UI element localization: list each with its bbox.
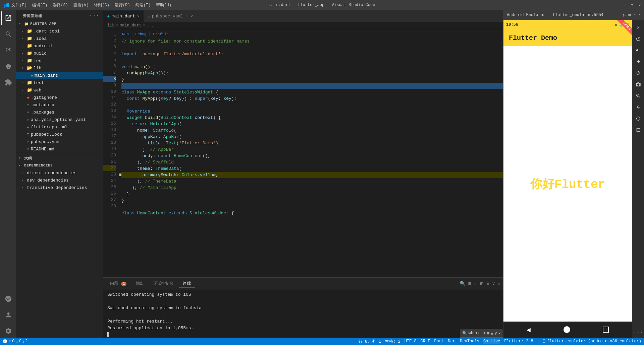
breadcrumb-dots[interactable]: ...: [147, 23, 154, 28]
tab-output[interactable]: 输出: [132, 279, 148, 288]
activity-remote-icon[interactable]: [1, 292, 15, 305]
activity-account-icon[interactable]: [1, 308, 15, 322]
status-go-live[interactable]: Go Live: [483, 339, 500, 344]
dependencies-section-header[interactable]: ▾ DEPENDENCIES: [16, 162, 103, 169]
sidebar-item-ios[interactable]: ▸ 📁 ios: [16, 57, 103, 64]
sidebar-item-idea[interactable]: ▸ 📁 .idea: [16, 35, 103, 42]
breadcrumb-lib[interactable]: lib: [107, 23, 115, 28]
menu-run[interactable]: 运行(R): [115, 2, 130, 8]
sidebar-item-pubspec-yaml[interactable]: ⚠ pubspec.yaml: [16, 138, 103, 145]
tab-problems[interactable]: 问题 2: [106, 279, 130, 288]
run-debug-links[interactable]: Run | Debug | Profile: [121, 31, 503, 38]
maximize-button[interactable]: ❐: [631, 3, 633, 7]
terminal-search-bar[interactable]: 🔍 where + ⊞ ∧ ∨ ✕: [460, 329, 503, 338]
sidebar-item-build[interactable]: ▸ 📁 build: [16, 50, 103, 57]
emulator-more-icon[interactable]: ···: [633, 13, 641, 18]
emulator-layout-icon[interactable]: ⊞: [628, 13, 631, 18]
menu-goto[interactable]: 转到(G): [94, 2, 109, 8]
tab-close-button[interactable]: ✕: [137, 14, 140, 19]
emulator-back-button[interactable]: ◀: [527, 326, 531, 334]
emulator-close-button[interactable]: ✕: [634, 23, 643, 32]
emulator-square-icon[interactable]: [634, 125, 643, 135]
emulator-more-vert-icon[interactable]: ···: [634, 328, 643, 338]
outline-section-header[interactable]: ▾ 大纲: [16, 154, 103, 162]
status-errors[interactable]: ⊘ 0 ⚠ 0 ℹ 2: [9, 339, 28, 344]
status-devtools[interactable]: Dart DevTools: [448, 339, 479, 344]
status-emulator[interactable]: flutter emulator (android-x86 emulator): [542, 339, 641, 344]
sidebar-item-readme[interactable]: ▪ README.md: [16, 145, 103, 153]
emulator-screenshot-icon[interactable]: [634, 80, 643, 89]
sidebar-item-test[interactable]: ▸ 📁 test: [16, 79, 103, 86]
emulator-zoom-in-icon[interactable]: [634, 91, 643, 100]
terminal-content[interactable]: Switched operating system to iOS Switche…: [103, 289, 503, 338]
activity-search-icon[interactable]: [1, 27, 15, 41]
tab-pubspec-close-button[interactable]: ✕: [191, 14, 193, 19]
close-button[interactable]: ✕: [638, 3, 641, 7]
sidebar-item-iml[interactable]: ≡ flutterapp.iml: [16, 123, 103, 131]
status-encoding[interactable]: UTF-8: [405, 339, 417, 344]
status-eol[interactable]: CRLF: [421, 339, 430, 344]
status-flutter-version[interactable]: Flutter: 2.8.1: [504, 339, 538, 344]
terminal-search-close-icon[interactable]: ✕: [498, 331, 501, 336]
terminal-close-icon[interactable]: ✕: [498, 281, 500, 286]
sidebar-item-direct-deps[interactable]: ▸ direct dependencies: [16, 169, 103, 177]
terminal-trash-icon[interactable]: 🗑: [479, 281, 484, 286]
sidebar-item-web[interactable]: ▸ 📁 web: [16, 86, 103, 94]
activity-explorer-icon[interactable]: [1, 11, 15, 25]
tab-debug-console[interactable]: 调试控制台: [149, 279, 177, 288]
activity-scm-icon[interactable]: [1, 44, 15, 57]
status-position[interactable]: 行 8, 列 1: [359, 339, 381, 344]
activity-settings-icon[interactable]: [1, 324, 15, 338]
terminal-chevron-up-icon[interactable]: ∧: [487, 281, 489, 286]
sidebar-item-analysis-options[interactable]: ⚠ analysis_options.yaml: [16, 116, 103, 123]
activity-extensions-icon[interactable]: [1, 76, 15, 89]
sidebar-item-main-dart[interactable]: ◆ main.dart: [16, 72, 103, 79]
terminal-split-icon[interactable]: ⊞: [468, 281, 471, 286]
menu-select[interactable]: 选择(S): [53, 2, 68, 8]
sidebar-item-transitive-deps[interactable]: ▸ transitive dependencies: [16, 184, 103, 191]
code-editor[interactable]: 1234567 8 9101112131415 161718192021 22 …: [103, 29, 503, 277]
terminal-search-down-icon[interactable]: ∨: [495, 331, 497, 336]
menu-edit[interactable]: 编辑(E): [32, 2, 48, 8]
tab-pubspec-yaml[interactable]: ⚠ pubspec.yaml · ✕: [144, 10, 197, 22]
terminal-chevron-down-icon[interactable]: ∨: [492, 281, 495, 286]
emulator-overview-button[interactable]: [603, 327, 609, 333]
emulator-power-icon[interactable]: [634, 34, 643, 44]
emulator-rotate-icon[interactable]: [634, 68, 643, 78]
terminal-add-icon[interactable]: +: [474, 281, 476, 286]
menu-help[interactable]: 帮助(H): [156, 2, 171, 8]
breadcrumb-file[interactable]: main.dart: [120, 23, 142, 28]
tab-main-dart[interactable]: ◆ main.dart ✕: [103, 10, 144, 22]
sidebar-item-dev-deps[interactable]: ▸ dev dependencies: [16, 177, 103, 184]
menu-file[interactable]: 文件(F): [11, 2, 27, 8]
terminal-search-icon[interactable]: 🔍: [460, 281, 466, 286]
status-spaces[interactable]: 空格: 2: [385, 339, 400, 344]
sidebar-item-pubspec-lock[interactable]: ≡ pubspec.lock: [16, 131, 103, 138]
menu-terminal[interactable]: 终端(T): [136, 2, 151, 8]
emulator-volume-up-icon[interactable]: [634, 46, 643, 55]
tab-terminal[interactable]: 终端: [179, 279, 195, 288]
breadcrumb-sep2: >: [143, 23, 145, 28]
menu-view[interactable]: 查看(V): [73, 2, 89, 8]
terminal-search-up-icon[interactable]: ∧: [491, 331, 493, 336]
status-git-icon-item[interactable]: [3, 339, 7, 344]
sidebar-item-android[interactable]: ▸ 📁 android: [16, 42, 103, 50]
terminal-search-add-icon[interactable]: +: [483, 331, 486, 336]
sidebar-item-lib[interactable]: ▾ 📂 lib: [16, 64, 103, 72]
sidebar-item-packages[interactable]: ▪ .packages: [16, 109, 103, 116]
emulator-play-icon[interactable]: ▷: [623, 13, 626, 18]
sidebar-item-metadata[interactable]: ▪ .metadata: [16, 101, 103, 109]
activity-debug-icon[interactable]: [1, 60, 15, 73]
emulator-volume-down-icon[interactable]: [634, 57, 643, 66]
terminal-search-split-icon[interactable]: ⊞: [487, 331, 489, 336]
emulator-home-button[interactable]: [564, 326, 570, 333]
sidebar-item-dart-tool[interactable]: ▸ 📁 .dart_tool: [16, 27, 103, 35]
code-content[interactable]: Run | Debug | Profile // ignore_for_file…: [119, 29, 503, 277]
emulator-circle-icon[interactable]: [634, 114, 643, 123]
flutter-app-root[interactable]: ▾ 📁 FLUTTER_APP: [16, 20, 103, 27]
emulator-back-nav-icon[interactable]: [634, 102, 643, 112]
status-language[interactable]: Dart: [434, 339, 444, 344]
sidebar-item-gitignore[interactable]: ◆ .gitignore: [16, 94, 103, 101]
minimize-button[interactable]: —: [623, 3, 626, 7]
sidebar-more-button[interactable]: ···: [89, 13, 99, 19]
